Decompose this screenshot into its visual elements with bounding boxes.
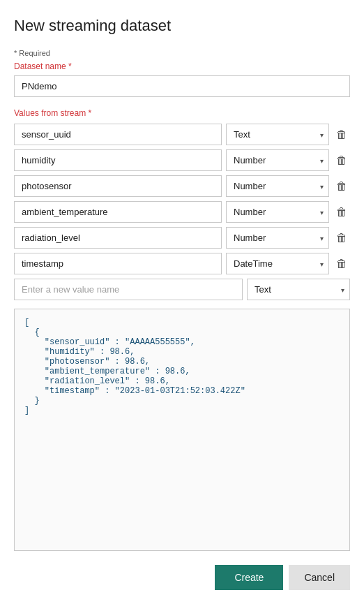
type-select[interactable]: TextNumberDateTimeBoolean [226,253,329,274]
type-select-wrapper: TextNumberDateTimeBoolean▾ [226,227,329,249]
required-note: * Required [14,49,350,57]
new-value-type-wrapper: TextNumberDateTimeBoolean ▾ [247,279,350,300]
delete-row-button[interactable]: 🗑 [333,126,350,144]
cancel-button[interactable]: Cancel [289,565,350,590]
type-select[interactable]: TextNumberDateTimeBoolean [226,227,329,249]
dataset-name-input[interactable] [14,75,350,97]
new-value-type-select[interactable]: TextNumberDateTimeBoolean [247,279,350,300]
value-row: TextNumberDateTimeBoolean▾🗑 [14,227,350,249]
type-select-wrapper: TextNumberDateTimeBoolean▾ [226,124,329,145]
value-row: TextNumberDateTimeBoolean▾🗑 [14,175,350,197]
dataset-name-label: Dataset name * [14,61,350,71]
value-row: TextNumberDateTimeBoolean▾🗑 [14,201,350,223]
delete-row-button[interactable]: 🗑 [333,203,350,221]
create-button[interactable]: Create [215,565,283,590]
value-name-input[interactable] [14,253,222,274]
values-from-stream-label: Values from stream * [14,108,350,118]
new-value-name-input[interactable] [14,279,243,300]
type-select[interactable]: TextNumberDateTimeBoolean [226,149,329,171]
type-select[interactable]: TextNumberDateTimeBoolean [226,124,329,145]
value-row: TextNumberDateTimeBoolean▾🗑 [14,253,350,274]
value-name-input[interactable] [14,149,222,171]
type-select-wrapper: TextNumberDateTimeBoolean▾ [226,149,329,171]
value-rows-container: TextNumberDateTimeBoolean▾🗑TextNumberDat… [14,124,350,279]
delete-row-button[interactable]: 🗑 [333,152,350,170]
type-select-wrapper: TextNumberDateTimeBoolean▾ [226,201,329,223]
value-name-input[interactable] [14,227,222,249]
type-select-wrapper: TextNumberDateTimeBoolean▾ [226,253,329,274]
delete-row-button[interactable]: 🗑 [333,177,350,196]
type-select-wrapper: TextNumberDateTimeBoolean▾ [226,175,329,197]
value-name-input[interactable] [14,124,222,145]
type-select[interactable]: TextNumberDateTimeBoolean [226,201,329,223]
value-row: TextNumberDateTimeBoolean▾🗑 [14,124,350,145]
panel: New streaming dataset * Required Dataset… [0,0,364,604]
value-row: TextNumberDateTimeBoolean▾🗑 [14,149,350,171]
footer: Create Cancel [14,551,350,590]
delete-row-button[interactable]: 🗑 [333,229,350,247]
delete-row-button[interactable]: 🗑 [333,255,350,273]
value-name-input[interactable] [14,175,222,197]
value-name-input[interactable] [14,201,222,223]
type-select[interactable]: TextNumberDateTimeBoolean [226,175,329,197]
json-preview: [ { "sensor_uuid" : "AAAAA555555", "humi… [14,309,350,551]
page-title: New streaming dataset [14,17,350,35]
new-value-row: TextNumberDateTimeBoolean ▾ [14,279,350,300]
